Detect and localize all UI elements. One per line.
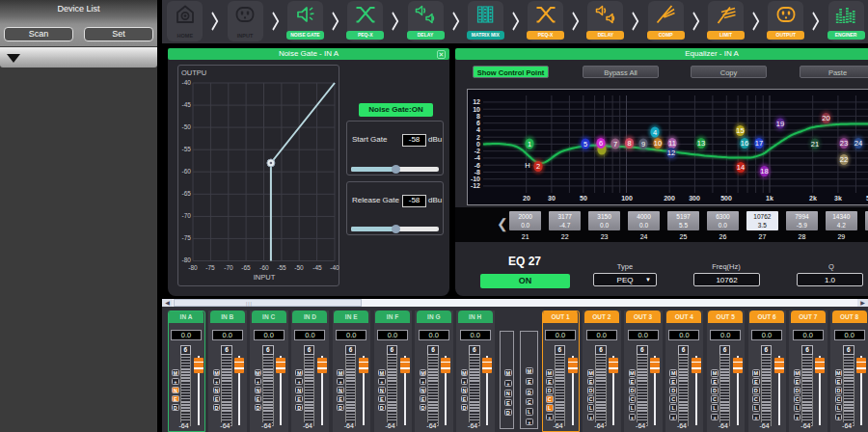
svg-text:-70: -70 (182, 212, 192, 219)
svg-text:50: 50 (580, 195, 587, 202)
svg-text:10: 10 (473, 106, 480, 113)
svg-text:-2: -2 (475, 148, 480, 154)
svg-text:-8: -8 (475, 169, 480, 176)
svg-text:-4: -4 (475, 154, 480, 161)
svg-text:-10: -10 (471, 176, 480, 182)
svg-text:-12: -12 (471, 182, 480, 189)
svg-text:-80: -80 (182, 256, 192, 263)
svg-text:8: 8 (627, 139, 631, 148)
svg-text:8: 8 (476, 113, 480, 120)
svg-text:11: 11 (668, 139, 676, 148)
svg-text:5: 5 (583, 140, 587, 148)
svg-text:9: 9 (641, 140, 645, 148)
svg-text:2: 2 (476, 134, 480, 141)
svg-text:-6: -6 (475, 162, 480, 169)
svg-text:14: 14 (737, 163, 745, 172)
svg-text:1: 1 (528, 140, 531, 148)
svg-text:-45: -45 (312, 264, 322, 271)
svg-text:-60: -60 (259, 264, 269, 271)
svg-text:-60: -60 (182, 168, 192, 175)
svg-text:0: 0 (476, 141, 480, 148)
svg-text:4: 4 (653, 128, 657, 137)
svg-text:-55: -55 (277, 264, 286, 271)
svg-text:18: 18 (760, 167, 768, 176)
svg-text:6: 6 (599, 139, 603, 148)
svg-text:2k: 2k (809, 195, 817, 202)
svg-text:-75: -75 (182, 234, 192, 241)
svg-text:6: 6 (476, 120, 480, 126)
svg-text:4: 4 (476, 126, 480, 133)
svg-text:OUTPU: OUTPU (181, 68, 206, 77)
svg-text:100: 100 (621, 195, 633, 202)
svg-text:2: 2 (536, 162, 540, 171)
svg-text:H: H (525, 161, 529, 170)
svg-text:-50: -50 (182, 123, 192, 130)
svg-text:19: 19 (776, 120, 784, 128)
svg-text:300: 300 (689, 195, 700, 202)
svg-text:7: 7 (613, 140, 617, 148)
svg-text:-40: -40 (182, 79, 192, 86)
svg-text:-65: -65 (241, 264, 251, 271)
svg-text:500: 500 (720, 195, 732, 202)
svg-text:-65: -65 (182, 190, 192, 197)
svg-text:200: 200 (664, 195, 675, 202)
svg-text:10: 10 (654, 139, 662, 148)
svg-text:-45: -45 (182, 101, 192, 108)
svg-text:22: 22 (840, 155, 848, 164)
svg-text:3k: 3k (834, 195, 842, 202)
svg-text:16: 16 (741, 139, 748, 148)
svg-text:12: 12 (473, 98, 480, 105)
svg-text:24: 24 (854, 139, 862, 148)
svg-text:21: 21 (811, 140, 819, 148)
svg-text:20: 20 (822, 114, 829, 122)
svg-text:15: 15 (736, 126, 744, 135)
svg-text:17: 17 (755, 139, 763, 148)
svg-text:20: 20 (523, 195, 530, 202)
svg-text:-75: -75 (205, 264, 215, 271)
svg-text:-70: -70 (224, 264, 233, 271)
svg-text:23: 23 (840, 139, 848, 148)
svg-text:13: 13 (697, 139, 705, 148)
svg-text:INPUT: INPUT (254, 273, 276, 282)
svg-text:-50: -50 (294, 264, 304, 271)
svg-text:-55: -55 (182, 146, 192, 152)
svg-text:-40: -40 (330, 264, 339, 271)
svg-text:30: 30 (548, 195, 556, 202)
svg-text:-80: -80 (188, 264, 198, 271)
svg-text:12: 12 (667, 148, 675, 157)
svg-text:1k: 1k (766, 195, 773, 202)
